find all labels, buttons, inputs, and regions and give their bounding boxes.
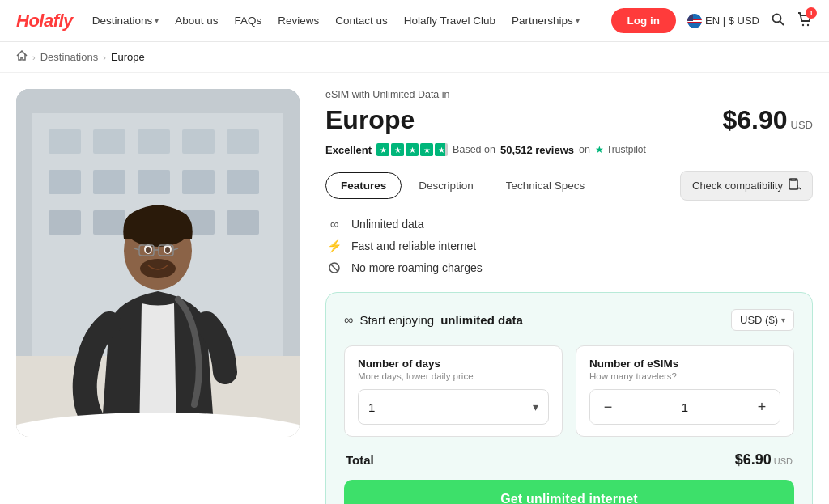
features-list: ∞ Unlimited data ⚡ Fast and reliable int… [325, 217, 813, 274]
days-label: Number of days [358, 358, 549, 370]
product-tabs: Features Description Technical Specs [325, 172, 600, 199]
nav-item-destinations[interactable]: Destinations ▾ [92, 15, 159, 27]
language-selector[interactable]: EN | $ USD [687, 14, 759, 28]
reviews-count-link[interactable]: 50,512 reviews [500, 144, 574, 156]
breadcrumb-sep-1: › [32, 53, 36, 62]
svg-rect-12 [93, 129, 125, 154]
tab-features[interactable]: Features [325, 172, 402, 199]
purchase-box-header: ∞ Start enjoying unlimited data USD ($) … [344, 309, 794, 331]
cart-button[interactable]: 1 [797, 11, 813, 30]
logo[interactable]: Holafly [16, 11, 73, 32]
svg-rect-15 [227, 129, 259, 154]
esims-value: 1 [626, 400, 744, 414]
breadcrumb-home[interactable] [16, 50, 28, 64]
selectors-row: Number of days More days, lower daily pr… [344, 345, 794, 437]
star-2: ★ [391, 143, 404, 156]
purchase-title-pre: Start enjoying [359, 313, 434, 327]
lightning-icon: ⚡ [325, 239, 343, 253]
svg-rect-11 [49, 129, 81, 154]
main-content: eSIM with Unlimited Data in Europe $6.90… [0, 73, 829, 504]
svg-point-7 [802, 24, 804, 26]
nav-item-partnerships[interactable]: Partnerships ▾ [512, 15, 580, 27]
product-photo [16, 89, 300, 437]
infinity-icon: ∞ [325, 217, 343, 231]
feature-no-roaming-text: No more roaming charges [351, 261, 483, 274]
svg-point-39 [140, 259, 176, 278]
star-4: ★ [420, 143, 433, 156]
days-value: 1 [368, 400, 375, 414]
feature-unlimited-data-text: Unlimited data [351, 218, 424, 231]
check-compatibility-button[interactable]: Check compatibility [680, 171, 813, 201]
svg-point-8 [807, 24, 809, 26]
nav-item-faqs[interactable]: FAQs [234, 15, 261, 27]
check-compat-label: Check compatibility [692, 180, 783, 192]
breadcrumb-current: Europe [111, 51, 145, 63]
product-subtitle: eSIM with Unlimited Data in [325, 89, 813, 100]
total-row: Total $6.90 USD [344, 451, 794, 468]
product-details: eSIM with Unlimited Data in Europe $6.90… [325, 89, 813, 504]
tab-technical-specs[interactable]: Technical Specs [491, 172, 601, 199]
product-price-wrap: $6.90 USD [722, 105, 813, 135]
cart-count-badge: 1 [806, 7, 817, 19]
svg-rect-3 [687, 22, 702, 23]
esims-increment-button[interactable]: + [744, 389, 780, 425]
main-nav: Destinations ▾ About us FAQs Reviews Con… [92, 15, 592, 27]
feature-fast-internet: ⚡ Fast and reliable internet [325, 239, 813, 253]
esims-decrement-button[interactable]: − [590, 389, 626, 425]
purchase-box-title: ∞ Start enjoying unlimited data [344, 313, 523, 328]
breadcrumb-sep-2: › [103, 53, 106, 62]
star-1: ★ [376, 143, 389, 156]
get-unlimited-internet-button[interactable]: Get unlimited internet [344, 480, 794, 504]
product-price: $6.90 [722, 105, 787, 135]
star-3: ★ [406, 143, 419, 156]
star-5: ★ [435, 143, 448, 156]
days-selector-group: Number of days More days, lower daily pr… [344, 345, 563, 437]
tabs-row: Features Description Technical Specs Che… [325, 171, 813, 201]
flag-icon [687, 14, 702, 28]
nav-item-travel-club[interactable]: Holafly Travel Club [404, 15, 495, 27]
currency-selector-label: USD ($) [740, 314, 778, 326]
svg-point-33 [165, 247, 170, 253]
product-title-row: Europe $6.90 USD [325, 105, 813, 135]
trustpilot-label: Trustpilot [606, 144, 646, 155]
svg-rect-17 [93, 170, 125, 194]
language-label: EN | $ USD [705, 15, 759, 27]
product-image [16, 89, 300, 437]
tp-star-icon: ★ [595, 144, 604, 155]
svg-rect-13 [138, 129, 170, 154]
destinations-chevron-icon: ▾ [155, 16, 159, 25]
total-price-wrap: $6.90 USD [735, 451, 793, 468]
trustpilot-stars: ★ ★ ★ ★ ★ [376, 143, 448, 156]
days-dropdown[interactable]: 1 ▾ [358, 389, 549, 425]
esims-counter: − 1 + [589, 389, 780, 425]
svg-line-6 [780, 22, 784, 26]
login-button[interactable]: Log in [611, 8, 677, 33]
trustpilot-logo: ★ Trustpilot [595, 144, 646, 155]
nav-item-about[interactable]: About us [175, 15, 218, 27]
esims-label: Number of eSIMs [589, 358, 780, 370]
currency-selector[interactable]: USD ($) ▾ [731, 309, 794, 331]
esims-selector-group: Number of eSIMs How many travelers? − 1 … [576, 345, 794, 437]
total-price: $6.90 [735, 451, 772, 468]
nav-item-reviews[interactable]: Reviews [278, 15, 319, 27]
total-label: Total [346, 453, 374, 467]
breadcrumb-destinations[interactable]: Destinations [40, 51, 99, 63]
reviews-excellent-label: Excellent [325, 144, 372, 156]
tab-description[interactable]: Description [403, 172, 489, 199]
header-right: Log in EN | $ USD 1 [611, 8, 813, 33]
search-button[interactable] [771, 12, 785, 29]
reviews-based-on: Based on [453, 144, 495, 155]
svg-line-46 [330, 264, 338, 272]
currency-chevron-icon: ▾ [781, 316, 785, 324]
svg-rect-4 [687, 14, 693, 21]
product-price-currency: USD [791, 119, 813, 131]
total-currency: USD [774, 456, 793, 466]
svg-rect-25 [227, 210, 259, 235]
feature-no-roaming: No more roaming charges [325, 261, 813, 274]
days-chevron-icon: ▾ [533, 400, 538, 413]
svg-rect-22 [93, 210, 125, 235]
nav-item-contact[interactable]: Contact us [335, 15, 388, 27]
svg-rect-21 [49, 210, 81, 235]
reviews-on-text: on [579, 144, 590, 155]
feature-fast-internet-text: Fast and reliable internet [351, 239, 476, 252]
